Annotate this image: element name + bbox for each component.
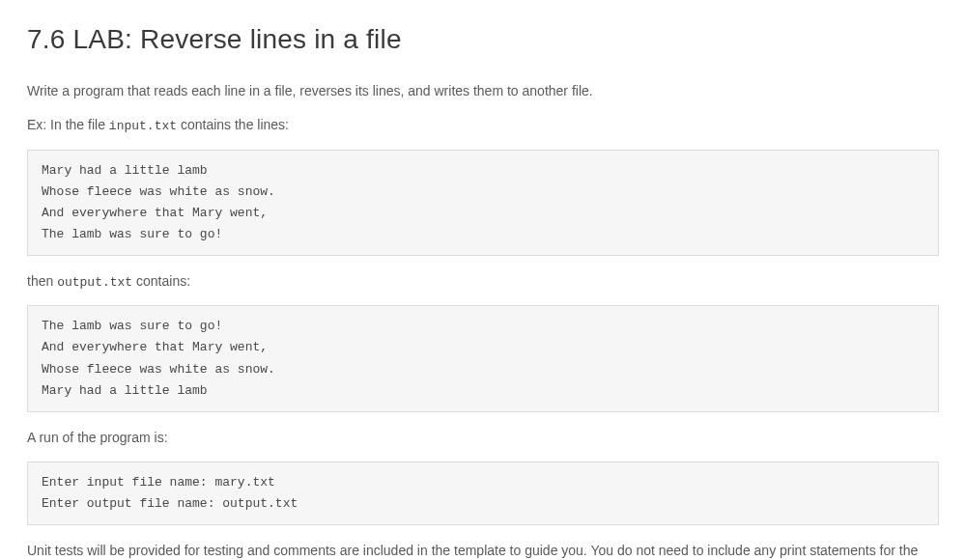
example-label-post: contains the lines:: [177, 117, 289, 132]
intro-paragraph: Write a program that reads each line in …: [27, 81, 939, 101]
then-label-post: contains:: [132, 273, 190, 289]
example-label: Ex: In the file input.txt contains the l…: [27, 115, 939, 136]
program-run-block: Enter input file name: mary.txt Enter ou…: [27, 462, 939, 525]
input-file-contents: Mary had a little lamb Whose fleece was …: [27, 150, 939, 256]
run-label: A run of the program is:: [27, 428, 939, 448]
output-filename: output.txt: [57, 275, 132, 290]
lab-title: 7.6 LAB: Reverse lines in a file: [27, 19, 939, 60]
then-label-pre: then: [27, 273, 57, 289]
example-label-pre: Ex: In the file: [27, 117, 109, 132]
input-filename: input.txt: [109, 119, 177, 133]
unit-test-note: Unit tests will be provided for testing …: [27, 541, 939, 560]
then-label: then output.txt contains:: [27, 271, 939, 293]
output-file-contents: The lamb was sure to go! And everywhere …: [27, 305, 939, 411]
